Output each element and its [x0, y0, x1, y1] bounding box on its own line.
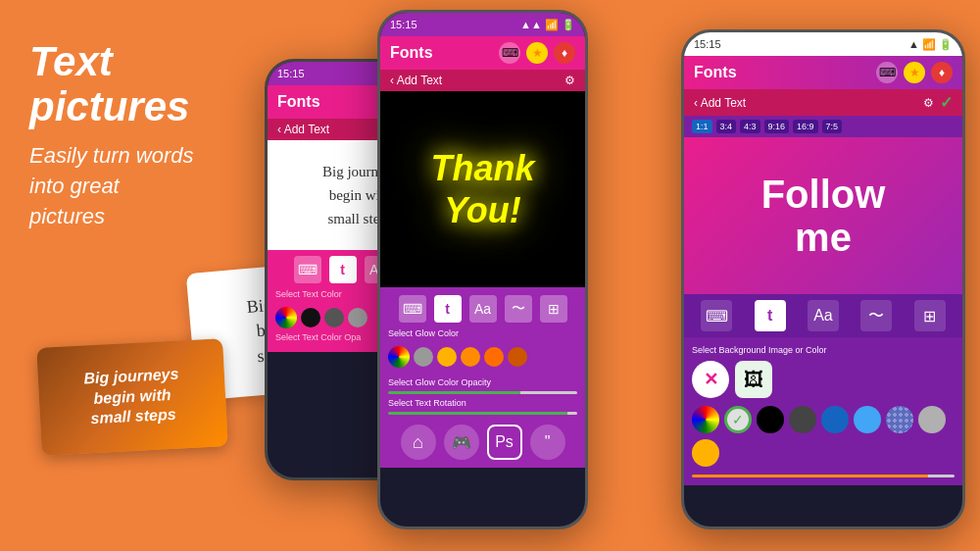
star-icon-right[interactable]: ★: [904, 62, 925, 83]
tb-text-mid[interactable]: t: [434, 295, 462, 323]
add-text-right: ‹ Add Text: [694, 96, 746, 110]
swatch-dark[interactable]: [789, 406, 816, 433]
time-left: 15:15: [277, 68, 305, 79]
check-icon-right[interactable]: ✓: [940, 93, 953, 112]
status-bar-mid: 15:15 ▲▲ 📶 🔋: [380, 13, 585, 36]
ratio-1-1[interactable]: 1:1: [692, 120, 712, 133]
tb-text-right[interactable]: t: [755, 300, 786, 331]
settings-icon-right[interactable]: ⚙: [923, 96, 934, 110]
canvas-right: Followme: [684, 137, 962, 294]
hero-subtitle: Easily turn wordsinto greatpictures: [29, 141, 265, 231]
glow-wheel[interactable]: [388, 346, 410, 368]
tb-keyboard-mid[interactable]: ⌨: [399, 295, 426, 323]
tb-text[interactable]: t: [329, 256, 357, 283]
hero-title: Text pictures: [29, 39, 265, 129]
sub-header-mid: ‹ Add Text ⚙: [380, 70, 585, 91]
bottom-panel-right: Select Background Image or Color ✕ 🖼 ✓: [684, 337, 962, 485]
canvas-mid: ThankYou!: [380, 91, 585, 287]
settings-icon-mid[interactable]: ⚙: [564, 74, 575, 87]
keyboard-icon-mid[interactable]: ⌨: [499, 42, 520, 64]
tb-keyboard-right[interactable]: ⌨: [701, 300, 732, 331]
color-dark-gray[interactable]: [324, 308, 344, 327]
add-text-left: ‹ Add Text: [277, 123, 329, 136]
rotation-label: Select Text Rotation: [388, 398, 577, 408]
app-title-left: Fonts: [277, 93, 320, 111]
swatch-white-selected[interactable]: ✓: [724, 406, 752, 433]
phone-right: 15:15 ▲ 📶 🔋 Fonts ⌨ ★ ♦ ‹ Add Text ⚙ ✓ 1…: [681, 29, 965, 529]
swatch-amber[interactable]: [692, 439, 719, 467]
swatch-black[interactable]: [757, 406, 784, 433]
card-dark-text: Big journeysbegin withsmall steps: [83, 364, 181, 429]
phone-mid: 15:15 ▲▲ 📶 🔋 Fonts ⌨ ★ ♦ ‹ Add Text ⚙ Th…: [377, 10, 588, 529]
canvas-text-mid: ThankYou!: [430, 147, 534, 231]
glow-colors: [388, 342, 577, 372]
bg-remove-btn[interactable]: ✕: [692, 361, 729, 398]
glow-gray[interactable]: [414, 347, 433, 367]
glow-deep-orange[interactable]: [484, 347, 504, 367]
color-palette-2: [692, 439, 955, 467]
status-bar-right: 15:15 ▲ 📶 🔋: [684, 32, 962, 56]
time-right: 15:15: [694, 38, 721, 50]
bg-image-btn[interactable]: 🖼: [735, 361, 772, 398]
time-mid: 15:15: [390, 19, 417, 30]
toolbar-row-mid: ⌨ t Aa 〜 ⊞: [388, 295, 577, 323]
bottom-nav-mid: ⌂ 🎮 Ps ": [388, 425, 577, 460]
color-gray[interactable]: [348, 308, 368, 327]
app-title-mid: Fonts: [390, 44, 433, 62]
bottom-panel-mid: ⌨ t Aa 〜 ⊞ Select Glow Color Select Glow…: [380, 287, 585, 468]
hero-section: Text pictures Easily turn wordsinto grea…: [29, 39, 265, 232]
quote-icon-mid[interactable]: ": [530, 425, 565, 460]
app-header-mid: Fonts ⌨ ★ ♦: [380, 36, 585, 70]
edit-icon-mid[interactable]: Ps: [487, 425, 522, 460]
app-title-right: Fonts: [694, 64, 737, 81]
glow-color-label: Select Glow Color: [388, 328, 577, 338]
tb-font-mid[interactable]: Aa: [469, 295, 497, 323]
header-icons-mid: ⌨ ★ ♦: [499, 42, 575, 64]
color-black[interactable]: [301, 308, 320, 327]
glow-section: Select Glow Color: [388, 328, 577, 372]
bg-label: Select Background Image or Color: [692, 345, 955, 355]
swatch-light-blue[interactable]: [854, 406, 881, 433]
ratio-3-4[interactable]: 3:4: [716, 120, 737, 133]
swatch-pattern[interactable]: [886, 406, 913, 433]
gem-icon-right[interactable]: ♦: [931, 62, 953, 83]
swatch-blue[interactable]: [821, 406, 849, 433]
glow-brown[interactable]: [508, 347, 527, 367]
swatch-wheel[interactable]: [692, 406, 719, 433]
ratio-16-9[interactable]: 16:9: [793, 120, 818, 133]
game-icon-mid[interactable]: 🎮: [444, 425, 479, 460]
tb-font-right[interactable]: Aa: [808, 300, 839, 331]
gem-icon-mid[interactable]: ♦: [554, 42, 575, 64]
home-icon-mid[interactable]: ⌂: [401, 425, 436, 460]
canvas-text-right: Followme: [761, 173, 886, 259]
ratio-4-3[interactable]: 4:3: [740, 120, 760, 133]
bg-options: ✕ 🖼: [692, 361, 955, 398]
swatch-gray[interactable]: [918, 406, 946, 433]
ratio-7-5[interactable]: 7:5: [822, 120, 843, 133]
signal-mid: ▲▲ 📶 🔋: [520, 19, 575, 31]
tb-wave-right[interactable]: 〜: [860, 300, 892, 331]
glow-yellow[interactable]: [437, 347, 457, 367]
header-icons-right: ⌨ ★ ♦: [876, 62, 953, 83]
rotation-slider[interactable]: [388, 412, 577, 415]
glow-orange[interactable]: [461, 347, 480, 367]
signal-right: ▲ 📶 🔋: [908, 38, 953, 51]
dark-card: Big journeysbegin withsmall steps: [36, 338, 227, 456]
glow-opacity-label: Select Glow Color Opacity: [388, 377, 577, 387]
keyboard-icon-right[interactable]: ⌨: [876, 62, 898, 83]
sub-header-right: ‹ Add Text ⚙ ✓: [684, 89, 962, 116]
tb-grid-mid[interactable]: ⊞: [540, 295, 567, 323]
bottom-slider-right[interactable]: [692, 475, 955, 477]
tb-grid-right[interactable]: ⊞: [914, 300, 946, 331]
tb-keyboard[interactable]: ⌨: [294, 256, 321, 283]
opacity-slider[interactable]: [388, 391, 577, 394]
color-wheel[interactable]: [275, 307, 297, 328]
ratio-9-16[interactable]: 9:16: [764, 120, 790, 133]
tb-wave-mid[interactable]: 〜: [505, 295, 532, 323]
aspect-ratios: 1:1 3:4 4:3 9:16 16:9 7:5: [684, 116, 962, 137]
app-header-right: Fonts ⌨ ★ ♦: [684, 56, 962, 89]
color-palette: ✓: [692, 406, 955, 433]
toolbar-right: ⌨ t Aa 〜 ⊞: [684, 294, 962, 337]
star-icon-mid[interactable]: ★: [526, 42, 548, 64]
add-text-mid: ‹ Add Text: [390, 74, 442, 87]
